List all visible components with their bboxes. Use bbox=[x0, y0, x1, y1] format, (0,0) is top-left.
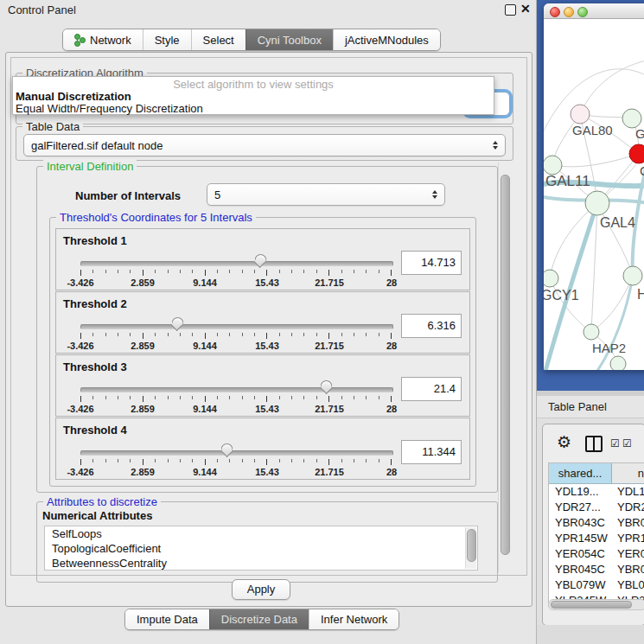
table-horizontal-scrollbar[interactable] bbox=[548, 599, 644, 610]
threshold-3-value-field[interactable]: 21.4 bbox=[401, 377, 462, 401]
table-data-combobox[interactable]: galFiltered.sif default node bbox=[23, 134, 506, 156]
slider-tick-labels: -3.4262.8599.14415.4321.71528 bbox=[80, 277, 392, 288]
threshold-4-value-field[interactable]: 11.344 bbox=[401, 440, 462, 464]
tab-discretize-data[interactable]: Discretize Data bbox=[209, 609, 309, 629]
svg-text:HAP2: HAP2 bbox=[592, 341, 626, 355]
slider-thumb[interactable] bbox=[253, 254, 266, 269]
apply-button[interactable]: Apply bbox=[232, 579, 290, 600]
node-gal11[interactable] bbox=[544, 156, 562, 175]
interval-definition-title: Interval Definition bbox=[43, 160, 137, 173]
network-canvas[interactable]: GAL80 G. C GAL11 GAL4 GCY1 H HAP2 bbox=[544, 19, 644, 370]
threshold-1-value-field[interactable]: 14.713 bbox=[401, 251, 462, 275]
node-attribute-table: shared... n YDL19...YDL1 YDR27...YDR2 YB… bbox=[548, 462, 644, 607]
table-row[interactable]: YBL079WYBL0 bbox=[549, 577, 644, 593]
tab-cyni-toolbox[interactable]: Cyni Toolbox bbox=[245, 29, 333, 50]
scrollbar-thumb[interactable] bbox=[551, 601, 632, 609]
list-item-topologicalcoefficient[interactable]: TopologicalCoefficient bbox=[45, 541, 477, 556]
threshold-3-slider[interactable]: -3.4262.8599.14415.4321.71528 bbox=[80, 379, 392, 414]
tab-network-label: Network bbox=[90, 34, 131, 47]
table-row[interactable]: YBR043CYBR0 bbox=[549, 515, 644, 531]
slider-ticks bbox=[80, 459, 392, 466]
number-of-intervals-combobox[interactable]: 5 bbox=[207, 183, 445, 206]
threshold-2-slider[interactable]: -3.4262.8599.14415.4321.71528 bbox=[80, 316, 392, 351]
combo-arrows-icon bbox=[493, 141, 498, 150]
svg-text:C: C bbox=[640, 163, 644, 178]
slider-thumb[interactable] bbox=[170, 317, 183, 332]
float-window-icon[interactable] bbox=[505, 4, 516, 16]
slider-track[interactable] bbox=[80, 387, 393, 392]
svg-text:GAL11: GAL11 bbox=[545, 173, 590, 189]
tab-infer-network[interactable]: Infer Network bbox=[309, 609, 399, 629]
tab-style[interactable]: Style bbox=[143, 29, 191, 50]
algorithm-option-equal-width[interactable]: Equal Width/Frequency Discretization bbox=[13, 103, 494, 115]
close-icon[interactable]: ✕ bbox=[520, 2, 531, 16]
threshold-2-value-field[interactable]: 6.316 bbox=[401, 314, 462, 338]
table-panel-title: Table Panel bbox=[548, 400, 607, 413]
settings-scroll-area: Interval Definition Number of Intervals … bbox=[12, 163, 496, 572]
top-tab-bar: Network Style Select Cyni Toolbox jActiv… bbox=[62, 29, 441, 51]
slider-track[interactable] bbox=[80, 261, 393, 266]
list-item-selfloops[interactable]: SelfLoops bbox=[45, 526, 477, 541]
network-window-titlebar[interactable] bbox=[544, 3, 644, 19]
table-row[interactable]: YER054CYER0 bbox=[549, 546, 644, 562]
zoom-traffic-light[interactable] bbox=[577, 7, 588, 17]
split-pane-icon[interactable] bbox=[585, 436, 603, 452]
tab-impute-data[interactable]: Impute Data bbox=[125, 609, 209, 629]
thresholds-group-title: Threshold's Coordinates for 5 Intervals bbox=[56, 211, 256, 224]
gear-icon[interactable]: ⚙ bbox=[557, 432, 571, 452]
algorithm-popup: Select algorithm to view settings Manual… bbox=[12, 76, 494, 115]
node-gcy1[interactable] bbox=[544, 270, 558, 287]
threshold-3-label: Threshold 3 bbox=[63, 360, 127, 373]
tab-network[interactable]: Network bbox=[63, 29, 143, 50]
column-header-name[interactable]: n bbox=[612, 463, 644, 483]
node-hap2[interactable] bbox=[583, 324, 599, 340]
checkbox-icon[interactable]: ☑ bbox=[610, 437, 620, 450]
minimize-traffic-light[interactable] bbox=[564, 7, 574, 17]
number-of-intervals-label: Number of Intervals bbox=[75, 189, 181, 202]
threshold-1-panel: Threshold 1 -3.4262.8599.14415.4321.7152… bbox=[55, 228, 470, 290]
bottom-tab-bar: Impute Data Discretize Data Infer Networ… bbox=[124, 609, 399, 630]
node-pink[interactable] bbox=[571, 105, 590, 124]
threshold-4-slider[interactable]: -3.4262.8599.14415.4321.71528 bbox=[80, 443, 392, 477]
slider-thumb[interactable] bbox=[320, 380, 333, 395]
table-data-group: Table Data galFiltered.sif default node bbox=[16, 126, 513, 161]
table-row[interactable]: YBR045CYBR0 bbox=[549, 562, 644, 577]
combo-arrows-icon bbox=[432, 190, 437, 199]
list-item-betweennesscentrality[interactable]: BetweennessCentrality bbox=[45, 556, 477, 571]
close-traffic-light[interactable] bbox=[550, 7, 560, 17]
interval-definition-group: Interval Definition Number of Intervals … bbox=[36, 166, 498, 493]
table-panel-toolbar: ⚙ ☑ ☑ bbox=[543, 424, 644, 461]
algorithm-option-manual[interactable]: Manual Discretization bbox=[13, 91, 494, 103]
slider-tick-labels: -3.4262.8599.14415.4321.71528 bbox=[80, 341, 392, 351]
slider-ticks bbox=[80, 270, 392, 277]
slider-track[interactable] bbox=[80, 450, 393, 456]
threshold-2-label: Threshold 2 bbox=[63, 297, 127, 310]
column-header-shared-name[interactable]: shared... bbox=[549, 463, 612, 483]
threshold-1-label: Threshold 1 bbox=[63, 234, 127, 247]
table-row[interactable]: YDL19...YDL1 bbox=[549, 484, 644, 500]
table-row[interactable]: YPR145WYPR1 bbox=[549, 531, 644, 546]
scrollbar-thumb[interactable] bbox=[501, 175, 510, 555]
slider-ticks bbox=[80, 396, 392, 403]
tab-select[interactable]: Select bbox=[191, 29, 245, 50]
slider-ticks bbox=[80, 333, 392, 340]
threshold-1-slider[interactable]: -3.4262.8599.14415.4321.71528 bbox=[80, 253, 392, 288]
slider-track[interactable] bbox=[80, 324, 393, 329]
slider-thumb[interactable] bbox=[220, 443, 233, 458]
checkbox-icon[interactable]: ☑ bbox=[622, 437, 632, 450]
tab-jactivemnodules[interactable]: jActiveMNodules bbox=[333, 29, 440, 50]
algorithm-popup-prompt: Select algorithm to view settings bbox=[13, 78, 494, 91]
attributes-group: Attributes to discretize Numerical Attri… bbox=[36, 501, 498, 583]
node-gal4[interactable] bbox=[585, 191, 609, 215]
node-red[interactable] bbox=[629, 144, 644, 163]
table-row[interactable]: YDR27...YDR2 bbox=[549, 500, 644, 515]
number-of-intervals-value: 5 bbox=[214, 188, 220, 201]
node-green-top-right[interactable] bbox=[622, 109, 641, 128]
network-view-frame: GAL80 G. C GAL11 GAL4 GCY1 H HAP2 bbox=[537, 0, 644, 391]
numerical-attributes-label: Numerical Attributes bbox=[42, 509, 152, 522]
node-h[interactable] bbox=[623, 266, 642, 285]
attributes-scrollbar[interactable] bbox=[465, 527, 476, 569]
threshold-4-label: Threshold 4 bbox=[63, 424, 127, 437]
node-bottom-partial[interactable] bbox=[610, 356, 626, 370]
settings-scrollbar[interactable] bbox=[498, 163, 512, 572]
